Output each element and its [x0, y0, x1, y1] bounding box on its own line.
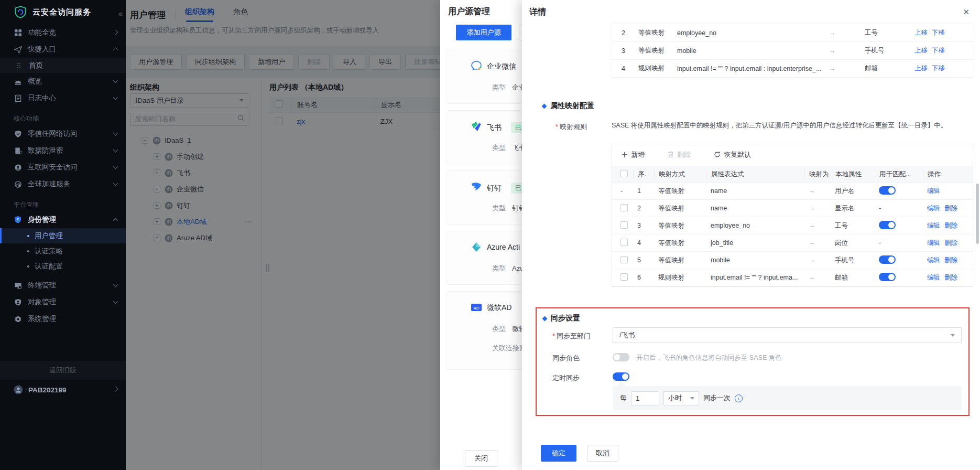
delete-link[interactable]: 删除 [944, 221, 957, 230]
scrolled-mapping-table: 2 等值映射 employee_no → 工号 上移 下移 3 等值映射 mob… [612, 24, 973, 78]
trash-icon [668, 151, 674, 158]
sidebar-item-overview[interactable]: 功能全览 [0, 24, 126, 41]
row-number: 5 [637, 257, 658, 264]
sidebar-collapse-icon[interactable]: « [118, 9, 123, 18]
sidebar-item-home[interactable]: 首页 [0, 58, 126, 73]
mapping-method: 等值映射 [658, 187, 711, 196]
select-all-checkbox[interactable] [620, 170, 628, 177]
row-checkbox[interactable] [620, 256, 628, 263]
arrow-icon: → [809, 222, 835, 229]
info-icon[interactable] [735, 394, 743, 402]
bullet-icon [27, 265, 29, 268]
row-number: 4 [612, 65, 638, 72]
add-mapping-button[interactable]: 新增 [622, 150, 645, 159]
sidebar-item-ga[interactable]: 全球加速服务 [0, 176, 126, 193]
row-number: 6 [637, 274, 658, 281]
mapping-rule-description: SASE 将使用属性映射配置中的映射规则，把第三方认证源/用户源中的用户信息经过… [612, 121, 976, 130]
type-label: 类型 [492, 325, 506, 333]
sync-role-hint: 开启后，飞书的角色信息将自动同步至 SASE 角色 [636, 354, 782, 362]
mapping-method: 等值映射 [658, 239, 711, 248]
doc-shield-icon [14, 146, 22, 155]
globe-user-icon [14, 163, 22, 172]
edit-link[interactable]: 编辑 [927, 239, 940, 248]
timer-sync-toggle[interactable] [613, 372, 629, 381]
interval-unit-select[interactable]: 小时 [663, 391, 699, 405]
drawer-close-button[interactable]: 关闭 [465, 450, 497, 467]
sidebar-item-auth-config[interactable]: 认证配置 [0, 259, 126, 274]
sidebar-item-swg[interactable]: 互联网安全访问 [0, 159, 126, 176]
attribute-expression: employee_no [677, 29, 829, 37]
match-dash: - [879, 205, 881, 212]
interval-input[interactable] [631, 391, 659, 405]
cancel-button[interactable]: 取消 [587, 445, 618, 462]
edit-link[interactable]: 编辑 [927, 273, 940, 282]
edit-link[interactable]: 编辑 [927, 204, 940, 213]
mapping-row: 4 规则映射 input.email != "" ? input.email :… [612, 59, 973, 77]
mapping-method: 规则映射 [658, 273, 711, 282]
edit-link[interactable]: 编辑 [927, 256, 940, 265]
mapping-table-row: 5 等值映射 mobile → 手机号 编辑 删除 [612, 252, 973, 269]
move-up-link[interactable]: 上移 [914, 28, 928, 37]
mapping-table-row: 3 等值映射 employee_no → 工号 编辑 删除 [612, 217, 973, 234]
mapping-method: 等值映射 [658, 221, 711, 230]
add-user-source-button[interactable]: 添加用户源 [456, 25, 511, 40]
row-checkbox[interactable] [620, 273, 628, 281]
sidebar-item-auth-policy[interactable]: 认证策略 [0, 243, 126, 259]
attribute-expression: name [711, 187, 809, 195]
delete-mapping-button[interactable]: 删除 [668, 150, 691, 159]
match-toggle[interactable] [879, 255, 896, 264]
sidebar-item-identity[interactable]: 身份管理 [0, 211, 126, 228]
restore-default-button[interactable]: 恢复默认 [714, 150, 751, 159]
attr-mapping-table: 新增 删除 恢复默认 序. 映射方式 属性表达式 映射为 本地属性 用于匹配..… [612, 143, 973, 287]
move-down-link[interactable]: 下移 [932, 28, 945, 37]
sync-section-title: 同步设置 [543, 314, 580, 323]
arrow-icon: → [829, 65, 865, 72]
sidebar-item-dlp[interactable]: 数据防泄密 [0, 142, 126, 159]
sidebar-item-log-center[interactable]: 日志中心 [0, 90, 126, 106]
move-down-link[interactable]: 下移 [932, 64, 945, 73]
scrollbar-thumb[interactable] [976, 184, 979, 244]
sync-dept-select[interactable]: /飞书 [613, 327, 962, 343]
sidebar-section-core: 核心功能 [0, 112, 126, 125]
match-toggle[interactable] [879, 273, 896, 281]
source-name: 企业微信 [487, 62, 516, 71]
match-toggle[interactable] [879, 186, 896, 195]
delete-link[interactable]: 删除 [944, 204, 957, 213]
delete-link[interactable]: 删除 [944, 273, 957, 282]
sidebar-item-dashboard[interactable]: 概览 [0, 73, 126, 90]
local-attribute: 工号 [835, 221, 879, 230]
move-down-link[interactable]: 下移 [932, 46, 945, 55]
sidebar-item-user-mgmt[interactable]: 用户管理 [0, 228, 126, 243]
back-to-old-version-button[interactable]: 返回旧版 [0, 361, 126, 380]
sidebar-item-terminal[interactable]: 终端管理 [0, 277, 126, 294]
identity-shield-icon [14, 216, 22, 224]
row-checkbox[interactable] [620, 239, 628, 246]
sidebar-item-ztna[interactable]: 零信任网络访问 [0, 125, 126, 142]
sidebar-item-system[interactable]: 系统管理 [0, 311, 126, 327]
delete-link[interactable]: 删除 [944, 256, 957, 265]
move-up-link[interactable]: 上移 [914, 46, 928, 55]
confirm-button[interactable]: 确定 [541, 445, 576, 462]
close-icon[interactable]: ✕ [963, 7, 970, 17]
sync-role-toggle[interactable] [613, 353, 629, 361]
sidebar-item-object[interactable]: 对象管理 [0, 294, 126, 311]
match-toggle[interactable] [879, 221, 896, 229]
diamond-bullet-icon [542, 103, 547, 109]
edit-link[interactable]: 编辑 [927, 221, 940, 230]
arrow-icon: → [809, 257, 835, 264]
account-menu[interactable]: PAB202199 [0, 381, 126, 399]
source-name: 钉钉 [487, 184, 502, 193]
row-checkbox[interactable] [620, 221, 628, 229]
globe-speed-icon [14, 180, 22, 188]
shield-check-icon [14, 130, 22, 138]
azure-ad-icon [470, 241, 483, 253]
chevron-down-icon [113, 147, 118, 153]
edit-link[interactable]: 编辑 [927, 187, 940, 196]
sidebar: 云安全访问服务 « 功能全览 快捷入口 首页 概览 [0, 0, 126, 470]
row-checkbox[interactable] [620, 204, 628, 211]
delete-link[interactable]: 删除 [944, 239, 957, 248]
sidebar-item-quick-entry[interactable]: 快捷入口 [0, 41, 126, 58]
chevron-up-icon [113, 218, 118, 223]
move-up-link[interactable]: 上移 [914, 64, 928, 73]
chevron-right-icon [113, 30, 118, 35]
